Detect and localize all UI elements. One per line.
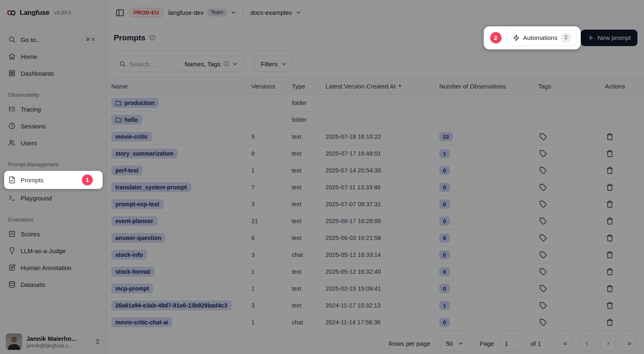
search-input[interactable] bbox=[129, 61, 166, 68]
prompt-name-badge[interactable]: stock-info bbox=[111, 250, 147, 260]
sidebar-item-scores[interactable]: Scores bbox=[4, 226, 103, 242]
prompt-name-badge[interactable]: story_summarization bbox=[111, 149, 178, 158]
table-row[interactable]: event-planner 21 text 2025-06-17 16:28:0… bbox=[107, 213, 644, 230]
table-row[interactable]: translator_system-prompt 7 text 2025-07-… bbox=[107, 179, 644, 196]
prompt-name-badge[interactable]: perf-test bbox=[111, 165, 143, 175]
sidebar-item-label: Home bbox=[21, 53, 37, 60]
last-page-button[interactable]: » bbox=[622, 335, 637, 351]
table-row[interactable]: movie-critic-chat-ai 1 chat 2024-11-14 1… bbox=[107, 314, 644, 331]
sidebar-item-label: Tracing bbox=[21, 106, 41, 113]
filters-button[interactable]: Filters bbox=[255, 56, 293, 72]
prompt-name-badge[interactable]: answer-question bbox=[111, 233, 165, 243]
prompt-name-badge[interactable]: hello bbox=[111, 115, 142, 125]
page-number-input[interactable] bbox=[499, 335, 525, 352]
delete-button[interactable] bbox=[605, 284, 615, 293]
sidebar-item-prompts[interactable]: Prompts 1 bbox=[4, 171, 103, 189]
prev-page-button[interactable]: ‹ bbox=[579, 335, 595, 351]
delete-button[interactable] bbox=[605, 233, 615, 243]
goto-search[interactable]: Go to... ⌘ K bbox=[4, 32, 103, 47]
table-row[interactable]: production folder bbox=[107, 95, 644, 112]
delete-button[interactable] bbox=[605, 317, 615, 327]
table-row[interactable]: prompt-exp-test 3 text 2025-07-07 09:37:… bbox=[107, 196, 644, 213]
delete-button[interactable] bbox=[605, 300, 615, 310]
sidebar-item-label: Dashboards bbox=[21, 70, 54, 77]
delete-button[interactable] bbox=[605, 250, 615, 260]
next-page-button[interactable]: › bbox=[600, 335, 616, 351]
tags-cell bbox=[538, 300, 605, 310]
sidebar-item-home[interactable]: Home bbox=[4, 49, 103, 64]
sidebar-item-playground[interactable]: Playground bbox=[4, 190, 103, 206]
sidebar-item-human-annotation[interactable]: Human Annotation bbox=[4, 260, 103, 275]
type-cell: chat bbox=[292, 319, 326, 326]
trash-icon bbox=[606, 217, 614, 225]
breadcrumb-separator: / bbox=[241, 8, 246, 18]
user-email: jannik@langfuse.c... bbox=[26, 343, 73, 349]
automations-button[interactable]: Automations 2 bbox=[507, 30, 577, 46]
column-header-created-at[interactable]: Latest Version Created At▼ bbox=[326, 83, 439, 90]
sidebar-item-datasets[interactable]: Datasets bbox=[4, 277, 103, 292]
table-row[interactable]: story_summarization 8 text 2025-07-17 16… bbox=[107, 145, 644, 162]
table-row[interactable]: hello folder bbox=[107, 112, 644, 128]
tag-button[interactable] bbox=[538, 300, 548, 310]
column-header-actions: Actions bbox=[605, 83, 637, 90]
table-row[interactable]: perf-test 1 text 2025-07-14 20:54:30 0 bbox=[107, 162, 644, 179]
table-row[interactable]: movie-critic 5 text 2025-07-18 16:10:22 … bbox=[107, 128, 644, 145]
rows-per-page-select[interactable]: 50 bbox=[440, 335, 470, 352]
prompt-name-badge[interactable]: production bbox=[111, 98, 159, 108]
new-prompt-button[interactable]: New prompt bbox=[581, 30, 637, 46]
tag-button[interactable] bbox=[538, 317, 548, 327]
prompt-name-cell: movie-critic bbox=[111, 132, 251, 142]
delete-button[interactable] bbox=[605, 199, 615, 209]
table-row[interactable]: stock-format 1 text 2025-05-12 16:32:40 … bbox=[107, 263, 644, 280]
sidebar-section-prompt-management: Prompt Management bbox=[8, 161, 98, 168]
search-scope-selector[interactable]: Names, Tags bbox=[185, 61, 238, 68]
chevron-down-icon bbox=[281, 61, 287, 67]
tag-button[interactable] bbox=[538, 233, 548, 243]
sidebar-item-sessions[interactable]: Sessions bbox=[4, 118, 103, 134]
prompt-name-badge[interactable]: 26a61a94-e3ab-48d7-81e0-13b929bad4c3 bbox=[111, 300, 232, 310]
actions-cell bbox=[605, 199, 637, 209]
delete-button[interactable] bbox=[605, 267, 615, 277]
prompt-name-badge[interactable]: movie-critic-chat-ai bbox=[111, 317, 172, 327]
user-menu[interactable]: Jannik Maierho... jannik@langfuse.c... bbox=[6, 333, 103, 350]
tags-cell bbox=[538, 98, 605, 108]
delete-button[interactable] bbox=[605, 149, 615, 158]
table-row[interactable]: answer-question 6 text 2025-06-03 16:21:… bbox=[107, 230, 644, 247]
first-page-button[interactable]: « bbox=[557, 335, 573, 351]
table-row[interactable]: mcp-prompt 1 text 2025-02-15 15:09:41 0 bbox=[107, 280, 644, 297]
delete-button[interactable] bbox=[605, 182, 615, 192]
tag-button[interactable] bbox=[538, 284, 548, 293]
prompt-name-badge[interactable]: translator_system-prompt bbox=[111, 182, 191, 192]
sidebar-item-llm-judge[interactable]: LLM-as-a-Judge bbox=[4, 243, 103, 259]
panel-left-icon[interactable] bbox=[115, 8, 124, 17]
prompt-name-badge[interactable]: movie-critic bbox=[111, 132, 152, 142]
type-cell: text bbox=[292, 268, 326, 275]
delete-button[interactable] bbox=[605, 165, 615, 175]
tag-button[interactable] bbox=[538, 165, 548, 175]
tag-button[interactable] bbox=[538, 267, 548, 277]
tag-button[interactable] bbox=[538, 149, 548, 158]
delete-button[interactable] bbox=[605, 132, 615, 142]
tag-button[interactable] bbox=[538, 250, 548, 260]
tags-cell bbox=[538, 115, 605, 125]
prompt-name-badge[interactable]: event-planner bbox=[111, 216, 157, 226]
table-row[interactable]: 26a61a94-e3ab-48d7-81e0-13b929bad4c3 3 t… bbox=[107, 297, 644, 314]
prompt-name-badge[interactable]: prompt-exp-test bbox=[111, 199, 164, 209]
org-selector[interactable]: langfuse-dev Team bbox=[168, 9, 236, 17]
info-icon[interactable] bbox=[149, 35, 155, 41]
observations-cell: 0 bbox=[439, 217, 538, 226]
sidebar-item-dashboards[interactable]: Dashboards bbox=[4, 65, 103, 81]
table-row[interactable]: stock-info 3 chat 2025-05-12 16:33:14 0 bbox=[107, 247, 644, 263]
prompt-name-badge[interactable]: stock-format bbox=[111, 267, 155, 277]
search-box[interactable]: Names, Tags bbox=[114, 56, 244, 72]
sidebar-item-tracing[interactable]: Tracing bbox=[4, 101, 103, 117]
tag-button[interactable] bbox=[538, 199, 548, 209]
tag-button[interactable] bbox=[538, 132, 548, 142]
sidebar-item-users[interactable]: Users bbox=[4, 135, 103, 151]
prompt-name-badge[interactable]: mcp-prompt bbox=[111, 284, 153, 293]
tag-button[interactable] bbox=[538, 182, 548, 192]
project-selector[interactable]: docs-examples bbox=[251, 9, 302, 16]
avatar bbox=[6, 333, 22, 350]
tag-button[interactable] bbox=[538, 216, 548, 226]
delete-button[interactable] bbox=[605, 216, 615, 226]
